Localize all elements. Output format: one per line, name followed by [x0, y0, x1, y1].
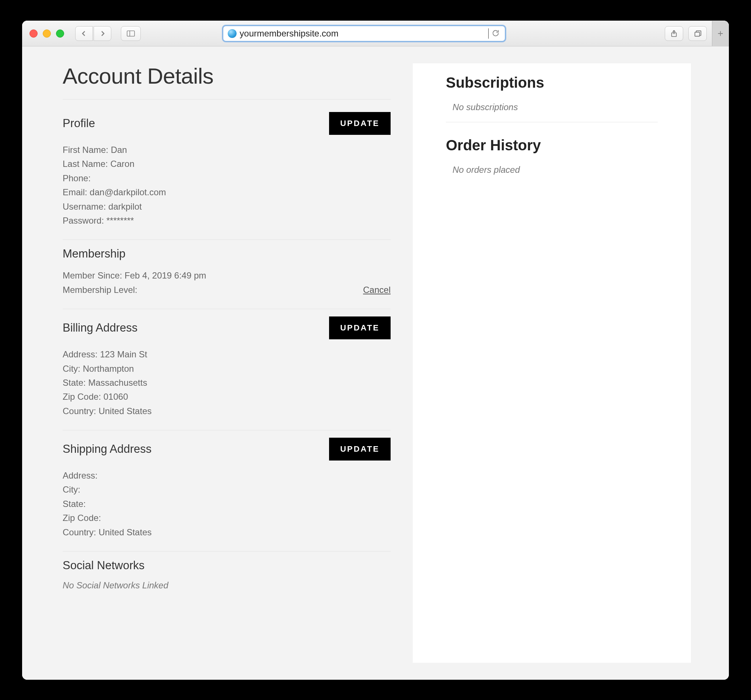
toolbar-right — [665, 21, 722, 46]
social-section: Social Networks No Social Networks Linke… — [63, 555, 391, 603]
sidebar-column: Subscriptions No subscriptions Order His… — [413, 63, 691, 663]
profile-section: Profile UPDATE First NameDan Last NameCa… — [63, 108, 391, 240]
maximize-window-icon[interactable] — [56, 29, 64, 37]
orders-heading: Order History — [446, 137, 658, 165]
billing-heading: Billing Address — [63, 321, 138, 335]
new-tab-button[interactable] — [712, 21, 729, 46]
profile-phone: Phone — [63, 171, 391, 185]
svg-rect-4 — [695, 32, 700, 36]
update-shipping-button[interactable]: UPDATE — [329, 438, 391, 460]
url-text: yourmembershipsite.com — [240, 28, 488, 39]
browser-toolbar: yourmembershipsite.com — [22, 21, 729, 46]
membership-section: Membership Member SinceFeb 4, 2019 6:49 … — [63, 244, 391, 309]
address-bar[interactable]: yourmembershipsite.com — [222, 25, 506, 42]
globe-icon — [228, 29, 236, 38]
billing-address: Address123 Main St — [63, 348, 391, 362]
orders-empty: No orders placed — [446, 165, 658, 175]
subscriptions-block: Subscriptions No subscriptions — [446, 74, 658, 122]
membership-heading: Membership — [63, 247, 126, 261]
back-button[interactable] — [75, 26, 93, 41]
billing-zip: Zip Code01060 — [63, 390, 391, 404]
shipping-state: State — [63, 497, 391, 511]
membership-since: Member SinceFeb 4, 2019 6:49 pm — [63, 269, 391, 283]
profile-first-name: First NameDan — [63, 143, 391, 157]
close-window-icon[interactable] — [29, 29, 37, 37]
social-empty: No Social Networks Linked — [63, 580, 391, 590]
page-title: Account Details — [63, 63, 391, 99]
shipping-address: Address — [63, 469, 391, 483]
billing-country: CountryUnited States — [63, 404, 391, 418]
window-controls — [29, 29, 64, 37]
update-billing-button[interactable]: UPDATE — [329, 317, 391, 339]
nav-buttons — [75, 26, 111, 41]
billing-state: StateMassachusetts — [63, 376, 391, 390]
page-content: Account Details Profile UPDATE First Nam… — [22, 46, 729, 680]
membership-level: Membership Level Cancel — [63, 283, 391, 297]
reload-icon[interactable] — [491, 29, 501, 38]
svg-rect-0 — [127, 31, 134, 36]
social-heading: Social Networks — [63, 559, 144, 572]
shipping-heading: Shipping Address — [63, 442, 151, 456]
main-column: Account Details Profile UPDATE First Nam… — [22, 63, 391, 663]
profile-username: Usernamedarkpilot — [63, 200, 391, 214]
subscriptions-empty: No subscriptions — [446, 102, 658, 112]
cancel-membership-link[interactable]: Cancel — [363, 283, 391, 297]
forward-button[interactable] — [94, 26, 111, 41]
sidebar-toggle-button[interactable] — [121, 26, 141, 41]
shipping-zip: Zip Code — [63, 511, 391, 525]
profile-password: Password******** — [63, 214, 391, 228]
profile-last-name: Last NameCaron — [63, 157, 391, 171]
minimize-window-icon[interactable] — [43, 29, 51, 37]
shipping-section: Shipping Address UPDATE Address City Sta… — [63, 434, 391, 552]
share-button[interactable] — [665, 26, 683, 41]
browser-window: yourmembershipsite.com Account Details P — [22, 21, 729, 680]
tabs-button[interactable] — [688, 26, 707, 41]
shipping-city: City — [63, 483, 391, 497]
orders-block: Order History No orders placed — [446, 137, 658, 175]
billing-section: Billing Address UPDATE Address123 Main S… — [63, 313, 391, 430]
subscriptions-heading: Subscriptions — [446, 74, 658, 102]
billing-city: CityNorthampton — [63, 362, 391, 376]
shipping-country: CountryUnited States — [63, 525, 391, 539]
profile-email: Emaildan@darkpilot.com — [63, 185, 391, 199]
profile-heading: Profile — [63, 117, 95, 130]
update-profile-button[interactable]: UPDATE — [329, 112, 391, 135]
